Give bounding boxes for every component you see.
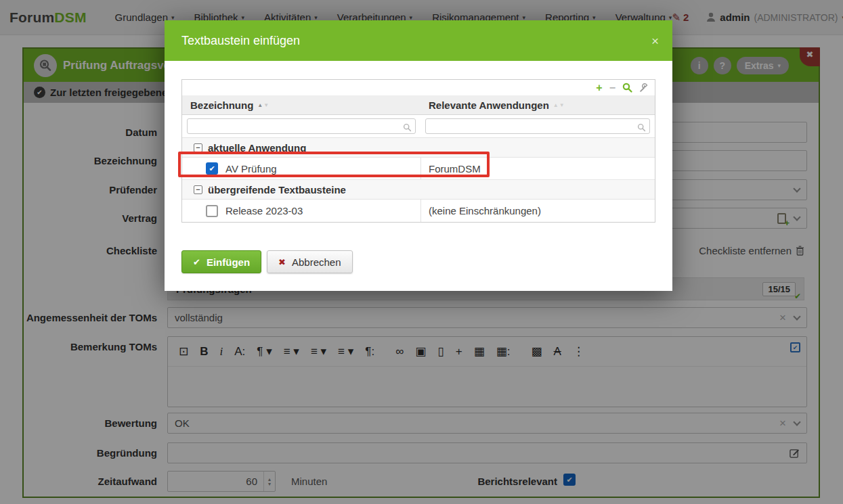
filter-bezeichnung-input[interactable] xyxy=(187,118,416,134)
cancel-button[interactable]: ✖ Abbrechen xyxy=(267,250,352,273)
sort-asc-icon[interactable]: ▲ xyxy=(553,102,559,108)
search-icon xyxy=(403,123,412,132)
dialog-buttons: ✔ Einfügen ✖ Abbrechen xyxy=(181,250,353,273)
sort-desc-icon[interactable]: ▼ xyxy=(263,102,269,108)
table-row-release-2023-03[interactable]: Release 2023-03 (keine Einschränkungen) xyxy=(182,200,655,222)
column-label: Relevante Anwendungen xyxy=(429,99,549,111)
dialog-header: Textbaustein einfügen × xyxy=(165,20,672,61)
row-apps: ForumDSM xyxy=(420,163,655,175)
dialog-title: Textbaustein einfügen xyxy=(181,34,300,48)
sort-asc-icon[interactable]: ▲ xyxy=(257,102,263,108)
sort-desc-icon[interactable]: ▼ xyxy=(559,102,565,108)
collapse-icon[interactable]: − xyxy=(194,143,202,152)
filter-anwendungen-input[interactable] xyxy=(425,118,650,134)
table-row-av-pruefung[interactable]: ✔ AV Prüfung ForumDSM xyxy=(182,158,655,180)
table-toolbar: + − xyxy=(182,80,655,96)
insert-label: Einfügen xyxy=(207,256,250,268)
table-search-icon[interactable] xyxy=(622,83,632,93)
table-header-row: Bezeichnung ▲▼ Relevante Anwendungen ▲▼ xyxy=(182,96,655,115)
row-checkbox-checked[interactable]: ✔ xyxy=(206,162,218,175)
column-header-anwendungen[interactable]: Relevante Anwendungen ▲▼ xyxy=(420,99,655,111)
row-apps: (keine Einschränkungen) xyxy=(420,205,655,216)
sort-icons[interactable]: ▲▼ xyxy=(257,102,269,108)
cancel-label: Abbrechen xyxy=(292,256,341,268)
textbaustein-table: + − Bezeichnung ▲▼ Relevante Anwendungen… xyxy=(181,79,655,223)
add-icon[interactable]: + xyxy=(596,83,602,93)
row-checkbox-unchecked[interactable] xyxy=(206,205,218,217)
dialog-close-icon[interactable]: × xyxy=(651,35,659,47)
group-label: übergreifende Textbausteine xyxy=(208,184,346,196)
group-row-uebergreifende[interactable]: − übergreifende Textbausteine xyxy=(182,180,655,200)
sort-icons[interactable]: ▲▼ xyxy=(553,102,565,108)
app-root: ForumDSM Grundlagen▾ Bibliothek▾ Aktivit… xyxy=(0,0,843,504)
check-icon: ✔ xyxy=(193,257,200,267)
group-row-aktuelle-anwendung[interactable]: − aktuelle Anwendung xyxy=(182,138,655,158)
search-icon xyxy=(637,123,646,132)
collapse-icon[interactable]: − xyxy=(194,185,202,194)
cross-icon: ✖ xyxy=(278,257,286,267)
settings-wrench-icon[interactable] xyxy=(639,83,649,93)
column-label: Bezeichnung xyxy=(190,99,253,111)
textbaustein-dialog: Textbaustein einfügen × + − Bezeichnung … xyxy=(165,20,672,291)
column-header-bezeichnung[interactable]: Bezeichnung ▲▼ xyxy=(182,99,420,111)
insert-button[interactable]: ✔ Einfügen xyxy=(181,250,261,273)
row-name: Release 2023-03 xyxy=(225,205,303,216)
group-label: aktuelle Anwendung xyxy=(208,142,306,154)
table-filter-row xyxy=(182,115,655,138)
row-name: AV Prüfung xyxy=(225,163,277,175)
remove-icon[interactable]: − xyxy=(609,83,615,93)
